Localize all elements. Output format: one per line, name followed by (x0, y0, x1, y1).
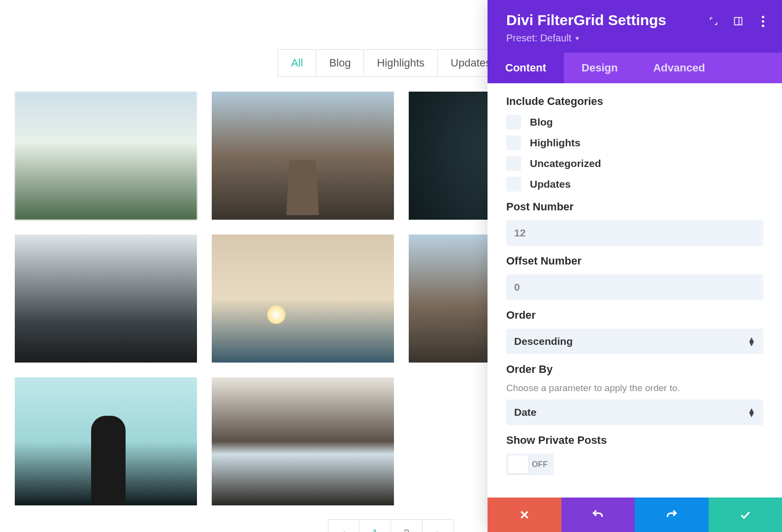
category-checkbox-updates[interactable]: Updates (506, 177, 763, 192)
panel-dock-icon[interactable] (733, 16, 744, 27)
panel-tabs: Content Design Advanced (488, 53, 782, 83)
checkbox-icon (506, 177, 521, 192)
offset-number-input[interactable] (506, 274, 763, 300)
save-button[interactable] (709, 498, 782, 532)
tab-design[interactable]: Design (564, 53, 635, 83)
check-icon (739, 508, 751, 521)
checkbox-icon (506, 156, 521, 171)
tab-advanced[interactable]: Advanced (635, 53, 722, 83)
undo-icon (591, 508, 604, 521)
panel-title: Divi FilterGrid Settings (506, 12, 666, 29)
grid-item[interactable] (15, 377, 197, 505)
pagination-page-2[interactable]: 2 (391, 519, 423, 532)
checkbox-label: Updates (530, 178, 571, 190)
undo-button[interactable] (561, 498, 635, 532)
checkbox-label: Uncategorized (530, 158, 601, 169)
pagination-prev[interactable]: ‹ (328, 519, 359, 532)
pagination-next[interactable]: › (423, 519, 454, 532)
toggle-state: OFF (532, 460, 548, 469)
order-by-hint: Choose a parameter to apply the order to… (506, 383, 763, 394)
category-checkbox-highlights[interactable]: Highlights (506, 135, 763, 150)
sort-arrows-icon: ▲▼ (748, 337, 755, 346)
grid-item[interactable] (212, 92, 394, 220)
filter-label: Blog (329, 57, 351, 69)
chevron-left-icon: ‹ (342, 527, 345, 532)
sort-arrows-icon: ▲▼ (748, 408, 755, 417)
cancel-button[interactable] (488, 498, 561, 532)
checkbox-label: Blog (530, 116, 553, 128)
settings-panel: Divi FilterGrid Settings Preset: Default… (488, 0, 782, 532)
grid-item[interactable] (212, 234, 394, 363)
page-number: 2 (403, 527, 409, 532)
offset-number-label: Offset Number (506, 255, 763, 267)
tab-label: Advanced (653, 62, 705, 74)
preset-selector[interactable]: Preset: Default ▼ (506, 33, 666, 44)
more-menu-icon[interactable] (757, 16, 768, 27)
grid-item[interactable] (212, 377, 394, 505)
close-icon (518, 508, 531, 521)
show-private-label: Show Private Posts (506, 434, 763, 447)
checkbox-icon (506, 135, 521, 150)
checkbox-icon (506, 115, 521, 130)
order-select[interactable]: Descending ▲▼ (506, 329, 763, 354)
filter-label: Updates (451, 57, 491, 69)
panel-header-actions (708, 12, 768, 44)
filter-label: All (291, 57, 303, 69)
include-categories-label: Include Categories (506, 95, 763, 108)
filter-item-blog[interactable]: Blog (316, 49, 364, 77)
tab-label: Design (582, 62, 618, 74)
tab-label: Content (505, 62, 546, 74)
order-by-select[interactable]: Date ▲▼ (506, 399, 763, 425)
panel-header: Divi FilterGrid Settings Preset: Default… (488, 0, 782, 53)
filter-item-highlights[interactable]: Highlights (364, 49, 438, 77)
redo-icon (665, 508, 678, 521)
checkbox-label: Highlights (530, 137, 581, 149)
chevron-right-icon: › (436, 527, 440, 532)
show-private-toggle[interactable]: OFF (506, 454, 554, 475)
post-number-input[interactable] (506, 220, 763, 246)
toggle-knob (508, 456, 528, 473)
filter-item-all[interactable]: All (278, 49, 316, 77)
panel-footer (488, 498, 782, 532)
pagination-page-1[interactable]: 1 (359, 519, 391, 532)
category-checkbox-uncategorized[interactable]: Uncategorized (506, 156, 763, 171)
redo-button[interactable] (635, 498, 709, 532)
expand-icon[interactable] (708, 16, 719, 27)
tab-content[interactable]: Content (488, 53, 564, 83)
filter-label: Highlights (377, 57, 424, 69)
order-label: Order (506, 309, 763, 322)
svg-rect-0 (735, 18, 742, 25)
select-value: Descending (514, 335, 573, 347)
preset-label: Preset: Default (506, 33, 571, 44)
order-by-label: Order By (506, 363, 763, 376)
grid-item[interactable] (15, 234, 197, 363)
page-number: 1 (372, 527, 378, 532)
post-number-label: Post Number (506, 200, 763, 213)
grid-item[interactable] (15, 92, 197, 220)
panel-body[interactable]: Include Categories Blog Highlights Uncat… (488, 83, 782, 498)
caret-down-icon: ▼ (574, 35, 580, 42)
category-checkbox-blog[interactable]: Blog (506, 115, 763, 130)
select-value: Date (514, 406, 537, 418)
